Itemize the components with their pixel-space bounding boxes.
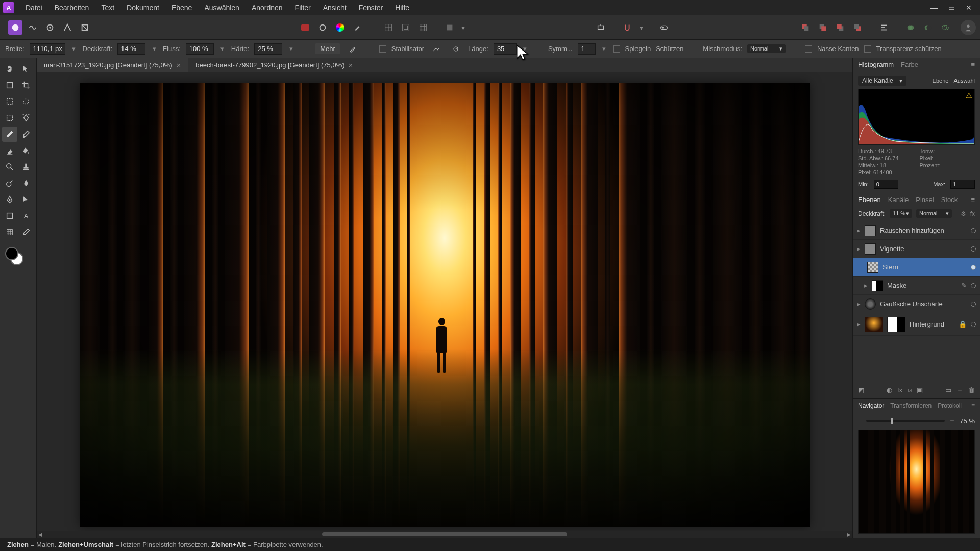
mirror-checkbox[interactable] <box>613 45 620 53</box>
zoom-out-button[interactable]: − <box>858 417 862 425</box>
swatch-red-icon[interactable] <box>298 20 312 35</box>
document-tab-1[interactable]: man-3151723_1920.jpg [Geändert] (75,0%) … <box>37 58 188 72</box>
user-avatar-icon[interactable] <box>961 20 976 35</box>
snap-icon[interactable] <box>620 20 634 35</box>
arrange-forward-icon[interactable] <box>833 20 847 35</box>
fx-layer-icon[interactable]: fx <box>897 386 902 395</box>
protecttrans-checkbox[interactable] <box>864 45 871 53</box>
blendmode-select[interactable]: Normal▾ <box>747 44 786 53</box>
expand-icon[interactable]: ▸ <box>857 245 861 253</box>
menu-ebene[interactable]: Ebene <box>165 2 198 14</box>
smudge-tool[interactable] <box>18 176 34 191</box>
brushes-tab[interactable]: Pinsel <box>916 196 934 204</box>
shape-tool[interactable] <box>2 208 17 223</box>
horizontal-scrollbar[interactable]: ◀ ▶ <box>37 531 852 538</box>
window-stab-icon[interactable] <box>449 42 463 56</box>
window-maximize-button[interactable]: ▭ <box>947 4 955 12</box>
color-replace-tool[interactable] <box>18 127 34 142</box>
hist-layer-toggle[interactable]: Ebene <box>933 78 949 84</box>
chevron-down-icon[interactable]: ▾ <box>460 23 467 32</box>
panel-menu-icon[interactable]: ≡ <box>971 402 975 409</box>
text-tool[interactable]: A <box>18 208 34 223</box>
stamp-tool[interactable] <box>18 159 34 174</box>
panel-menu-icon[interactable]: ≡ <box>971 61 975 68</box>
add-layer-icon[interactable]: ＋ <box>957 386 963 395</box>
menu-ansicht[interactable]: Ansicht <box>317 2 353 14</box>
persona-photo-button[interactable] <box>8 20 22 35</box>
histogram-tab[interactable]: Histogramm <box>858 61 894 68</box>
paint-brush-tool[interactable] <box>2 127 17 142</box>
panel-menu-icon[interactable]: ≡ <box>971 196 975 204</box>
assistant-icon[interactable] <box>594 20 608 35</box>
scrollbar-thumb[interactable] <box>322 532 567 536</box>
menu-hilfe[interactable]: Hilfe <box>389 2 415 14</box>
chevron-down-icon[interactable]: ▾ <box>522 45 529 53</box>
opacity-input[interactable] <box>117 43 145 55</box>
menu-dokument[interactable]: Dokument <box>120 2 165 14</box>
channels-select[interactable]: Alle Kanäle▾ <box>858 76 906 86</box>
chevron-down-icon[interactable]: ▾ <box>219 45 226 53</box>
align-icon[interactable] <box>877 20 891 35</box>
document-tab-2[interactable]: beech-forest-779902_1920.jpg [Geändert] … <box>188 58 360 72</box>
menu-anordnen[interactable]: Anordnen <box>246 2 289 14</box>
more-button[interactable]: Mehr <box>315 43 340 54</box>
layer-row-selected[interactable]: Stern <box>853 258 980 277</box>
merge-sub-icon[interactable] <box>921 20 935 35</box>
merge-int-icon[interactable] <box>938 20 952 35</box>
selection-tool[interactable] <box>2 94 17 109</box>
arrange-front-icon[interactable] <box>850 20 865 35</box>
menu-filter[interactable]: Filter <box>289 2 317 14</box>
lock-icon[interactable]: 🔒 <box>959 320 967 328</box>
arrange-back-icon[interactable] <box>798 20 813 35</box>
stock-tab[interactable]: Stock <box>941 196 958 204</box>
flow-input[interactable] <box>186 43 214 55</box>
menu-bearbeiten[interactable]: Bearbeiten <box>48 2 95 14</box>
adj-layer-icon[interactable]: ◐ <box>887 386 892 395</box>
crop-tool[interactable] <box>18 78 34 93</box>
freehand-sel-tool[interactable] <box>18 94 34 109</box>
chevron-down-icon[interactable]: ▾ <box>151 45 158 53</box>
menu-datei[interactable]: Datei <box>19 2 48 14</box>
gear-icon[interactable]: ⚙ <box>961 210 966 217</box>
circle-tool-icon[interactable] <box>315 20 330 35</box>
expand-icon[interactable]: ▸ <box>857 320 861 328</box>
layer-row[interactable]: ▸ Maske ✎ <box>853 277 980 295</box>
zoom-in-button[interactable]: ＋ <box>949 416 955 425</box>
persona-develop-button[interactable] <box>43 20 57 35</box>
length-input[interactable] <box>494 43 517 55</box>
mask-add-icon[interactable]: ▣ <box>917 386 923 395</box>
chevron-down-icon[interactable]: ▾ <box>601 45 608 53</box>
rope-stab-icon[interactable] <box>429 42 444 56</box>
layer-row[interactable]: ▸ Rauschen hinzufügen <box>853 221 980 240</box>
tab-close-button[interactable]: × <box>349 61 353 69</box>
pen-tool[interactable] <box>2 192 17 207</box>
width-input[interactable] <box>30 43 65 55</box>
zoom-tool[interactable] <box>2 159 17 174</box>
erase-tool[interactable] <box>2 143 17 158</box>
fill-tool[interactable] <box>18 143 34 158</box>
window-minimize-button[interactable]: — <box>930 4 938 12</box>
grid-large-icon[interactable] <box>416 20 430 35</box>
chevron-down-icon[interactable]: ▾ <box>70 45 78 53</box>
wetedges-checkbox[interactable] <box>805 45 812 53</box>
navigator-tab[interactable]: Navigator <box>858 402 884 409</box>
layer-bg-icon[interactable] <box>443 20 457 35</box>
layer-opacity-select[interactable]: 11 %▾ <box>890 209 912 218</box>
chevron-down-icon[interactable]: ▾ <box>287 45 295 53</box>
hand-tool[interactable] <box>2 61 17 77</box>
arrange-backward-icon[interactable] <box>816 20 830 35</box>
quickmask-icon[interactable] <box>657 20 671 35</box>
move-tool[interactable] <box>18 61 34 77</box>
picker-icon[interactable] <box>350 20 364 35</box>
layer-visibility-toggle[interactable] <box>971 265 976 270</box>
hardness-input[interactable] <box>254 43 282 55</box>
color-tab[interactable]: Farbe <box>901 61 918 68</box>
eyedropper-tool[interactable] <box>18 224 34 240</box>
window-close-button[interactable]: ✕ <box>965 4 973 12</box>
layer-visibility-toggle[interactable] <box>971 322 976 327</box>
grid-med-icon[interactable] <box>399 20 413 35</box>
expand-icon[interactable]: ▸ <box>864 282 868 289</box>
stabilizer-checkbox[interactable] <box>379 45 386 53</box>
mask-layer-icon[interactable]: ◩ <box>858 386 864 395</box>
merge-add-icon[interactable] <box>903 20 918 35</box>
